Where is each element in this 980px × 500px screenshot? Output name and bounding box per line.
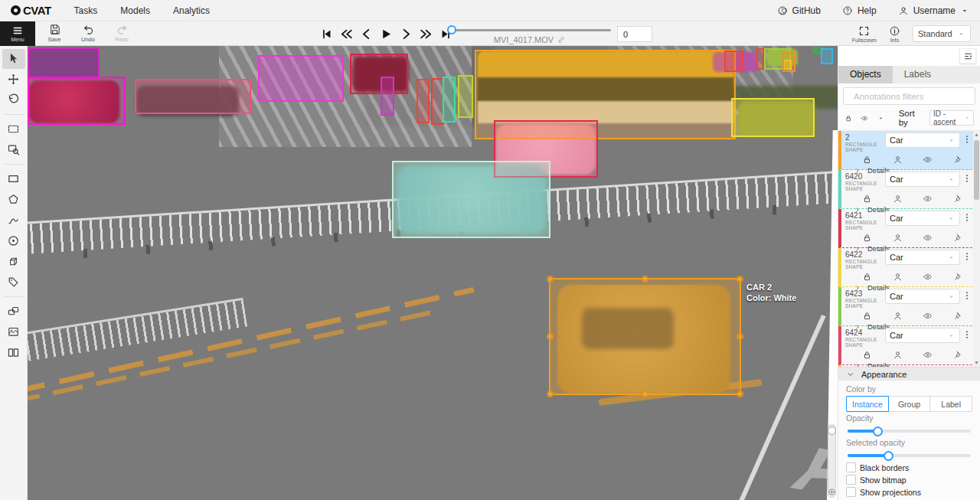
object-item[interactable]: 6421 RECTANGLE SHAPE Car Details xyxy=(838,209,980,248)
tool-draw-polygon[interactable] xyxy=(2,190,25,210)
lock-icon[interactable] xyxy=(862,233,872,243)
menu-button[interactable]: Menu xyxy=(0,21,35,46)
object-item[interactable]: 6423 RECTANGLE SHAPE Car Details xyxy=(838,287,980,326)
color-by-group[interactable]: Group xyxy=(889,396,931,412)
workspace-mode-select[interactable]: Standard xyxy=(913,25,971,42)
pin-icon[interactable] xyxy=(953,272,963,282)
tool-cursor[interactable] xyxy=(2,49,25,69)
object-item[interactable]: 6422 RECTANGLE SHAPE Car Details xyxy=(838,248,980,287)
next-frame-button[interactable] xyxy=(400,28,413,41)
object-label-select[interactable]: Car xyxy=(885,328,960,343)
pin-icon[interactable] xyxy=(953,194,963,204)
annotation-box[interactable] xyxy=(28,47,100,79)
nav-item-models[interactable]: Models xyxy=(120,5,150,16)
object-menu-button[interactable] xyxy=(962,289,972,302)
lock-icon[interactable] xyxy=(862,272,872,282)
sort-select[interactable]: ID - ascent xyxy=(929,110,974,126)
pin-icon[interactable] xyxy=(953,311,963,321)
annotation-box[interactable] xyxy=(350,54,408,94)
checkbox-box[interactable] xyxy=(846,462,856,472)
seek-handle[interactable] xyxy=(447,25,456,34)
visibility-icon[interactable] xyxy=(923,311,933,321)
link-icon[interactable] xyxy=(557,35,566,44)
zoom-slider-handle[interactable] xyxy=(828,426,836,435)
occluded-icon[interactable] xyxy=(893,350,903,360)
tab-objects[interactable]: Objects xyxy=(838,66,893,83)
resize-handle[interactable] xyxy=(642,391,648,397)
nav-item-analytics[interactable]: Analytics xyxy=(173,5,210,16)
tool-merge-shapes[interactable] xyxy=(2,302,25,322)
resize-handle[interactable] xyxy=(737,333,743,340)
nav-item-tasks[interactable]: Tasks xyxy=(74,5,98,16)
previous-frame-button[interactable] xyxy=(360,28,373,41)
resize-handle[interactable] xyxy=(642,276,648,283)
hide-all-icon[interactable] xyxy=(861,113,868,123)
tool-draw-polyline[interactable] xyxy=(2,211,25,230)
annotation-box[interactable] xyxy=(731,98,815,137)
visibility-icon[interactable] xyxy=(923,272,933,282)
checkbox-black-borders[interactable]: Black borders xyxy=(846,462,909,472)
selected-annotation-box[interactable]: CAR 2 Color: White xyxy=(549,278,741,395)
resize-handle[interactable] xyxy=(737,276,743,283)
object-item[interactable]: 6420 RECTANGLE SHAPE Car Details xyxy=(838,170,980,209)
object-menu-button[interactable] xyxy=(962,211,972,224)
annotation-box[interactable] xyxy=(258,55,344,102)
tool-setup-tag[interactable] xyxy=(2,273,25,292)
expand-all-icon[interactable] xyxy=(877,114,884,123)
tool-draw-rectangle[interactable] xyxy=(2,169,25,189)
backward-jump-button[interactable] xyxy=(340,28,353,41)
pin-icon[interactable] xyxy=(953,350,963,360)
color-by-label[interactable]: Label xyxy=(930,396,972,412)
object-menu-button[interactable] xyxy=(962,172,972,185)
checkbox-show-projections[interactable]: Show projections xyxy=(846,487,921,497)
annotation-canvas[interactable]: CAR 2 Color: White xyxy=(28,46,838,500)
zoom-in-icon[interactable] xyxy=(828,488,836,496)
pin-icon[interactable] xyxy=(953,233,963,243)
tool-fit-image[interactable] xyxy=(2,119,25,139)
lock-icon[interactable] xyxy=(862,194,872,204)
user-menu[interactable]: Username xyxy=(898,5,969,16)
occluded-icon[interactable] xyxy=(893,233,903,243)
annotation-box[interactable] xyxy=(28,77,126,125)
visibility-icon[interactable] xyxy=(923,350,933,360)
resize-handle[interactable] xyxy=(547,276,554,283)
annotation-box[interactable] xyxy=(416,79,430,123)
annotation-box[interactable] xyxy=(756,48,764,70)
opacity-slider[interactable] xyxy=(848,430,971,433)
lock-icon[interactable] xyxy=(862,155,872,165)
object-label-select[interactable]: Car xyxy=(885,289,960,304)
opacity-handle[interactable] xyxy=(873,426,883,436)
first-frame-button[interactable] xyxy=(320,28,333,41)
sidebar-collapse-button[interactable] xyxy=(959,48,976,64)
frame-number-input[interactable] xyxy=(617,26,652,42)
checkbox-show-bitmap[interactable]: Show bitmap xyxy=(846,475,906,485)
annotation-box[interactable] xyxy=(381,77,394,116)
fullscreen-button[interactable]: Fullscreen xyxy=(852,25,877,43)
cvat-logo[interactable]: CVAT xyxy=(11,4,51,17)
annotations-filter-input[interactable] xyxy=(854,92,972,101)
object-label-select[interactable]: Car xyxy=(885,172,960,187)
canvas-zoom-slider[interactable] xyxy=(828,424,836,498)
tool-rotate-canvas[interactable] xyxy=(2,90,25,110)
visibility-icon[interactable] xyxy=(923,155,933,165)
object-item[interactable]: 2 RECTANGLE SHAPE Car Details xyxy=(838,131,980,170)
occluded-icon[interactable] xyxy=(893,194,903,204)
tool-split-track[interactable] xyxy=(2,343,25,363)
occluded-icon[interactable] xyxy=(893,272,903,282)
tab-labels[interactable]: Labels xyxy=(893,66,942,83)
annotation-box[interactable] xyxy=(458,75,473,118)
checkbox-box[interactable] xyxy=(846,475,856,485)
object-label-select[interactable]: Car xyxy=(885,250,960,265)
resize-handle[interactable] xyxy=(547,391,554,397)
annotation-box[interactable] xyxy=(821,48,833,64)
tool-draw-points[interactable] xyxy=(2,231,25,251)
github-link[interactable]: GitHub xyxy=(777,5,821,16)
object-menu-button[interactable] xyxy=(962,250,972,263)
resize-handle[interactable] xyxy=(547,333,554,340)
selected-opacity-handle[interactable] xyxy=(884,451,893,461)
save-button[interactable]: Save xyxy=(40,24,69,43)
annotation-box[interactable] xyxy=(724,51,743,72)
selected-opacity-slider[interactable] xyxy=(848,454,971,457)
object-menu-button[interactable] xyxy=(962,132,972,146)
lock-all-icon[interactable] xyxy=(844,113,852,123)
